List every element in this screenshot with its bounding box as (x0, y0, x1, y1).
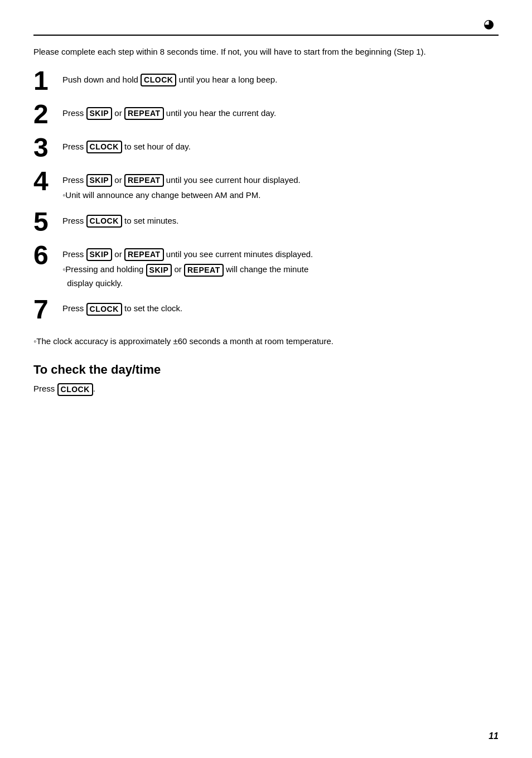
step-4-content: Press SKIP or REPEAT until you see curre… (62, 171, 301, 202)
step-7-number: 7 (33, 296, 62, 323)
check-section: To check the day/time Press CLOCK. (33, 363, 499, 396)
top-rule (33, 35, 499, 36)
step-7-content: Press CLOCK to set the clock. (62, 300, 182, 316)
step-4-sub: ◦Unit will announce any change between A… (62, 189, 301, 201)
step-1-content: Push down and hold CLOCK until you hear … (62, 71, 277, 87)
step-3-text-before: Press (62, 142, 86, 151)
section-body-before: Press (33, 384, 57, 393)
step-4-text-after: until you see current hour displayed. (164, 175, 301, 185)
step-5-number: 5 (33, 209, 62, 235)
key-clock-5: CLOCK (86, 215, 122, 228)
step-7-text-after: to set the clock. (122, 303, 182, 313)
step-4-text-middle: or (112, 175, 124, 185)
step-6-content: Press SKIP or REPEAT until you see curre… (62, 245, 313, 290)
key-skip-2: SKIP (86, 107, 113, 120)
step-2-content: Press SKIP or REPEAT until you hear the … (62, 104, 276, 120)
step-1-text-after: until you hear a long beep. (176, 75, 277, 84)
step-7-text-before: Press (62, 303, 86, 313)
key-repeat-4: REPEAT (124, 174, 164, 187)
step-6-text-before: Press (62, 249, 86, 259)
section-heading: To check the day/time (33, 363, 499, 377)
step-2-text-before: Press (62, 108, 86, 118)
step-5-text-before: Press (62, 216, 86, 225)
step-1: 1 Push down and hold CLOCK until you hea… (33, 71, 499, 94)
page-icon: ◕ (483, 17, 494, 31)
intro-text: Please complete each step within 8 secon… (33, 46, 499, 59)
section-body-after: . (93, 384, 95, 393)
footer-note-text: ◦The clock accuracy is approximately ±60… (33, 336, 333, 346)
step-6-sub: ◦Pressing and holding SKIP or REPEAT wil… (62, 263, 313, 289)
footer-note: ◦The clock accuracy is approximately ±60… (33, 336, 499, 346)
page: ◕ Please complete each step within 8 sec… (0, 0, 532, 758)
step-5: 5 Press CLOCK to set minutes. (33, 212, 499, 235)
step-5-content: Press CLOCK to set minutes. (62, 212, 179, 228)
step-6-text-after: until you see current minutes displayed. (164, 249, 313, 259)
step-2-text-middle: or (112, 108, 124, 118)
key-skip-6: SKIP (86, 248, 113, 262)
step-5-text-after: to set minutes. (122, 216, 179, 225)
step-1-number: 1 (33, 67, 62, 94)
step-6: 6 Press SKIP or REPEAT until you see cur… (33, 245, 499, 290)
key-clock-3: CLOCK (86, 141, 122, 154)
key-repeat-2: REPEAT (124, 107, 164, 120)
step-4-text-before: Press (62, 175, 86, 185)
step-3-number: 3 (33, 134, 62, 161)
step-2: 2 Press SKIP or REPEAT until you hear th… (33, 104, 499, 128)
steps-list: 1 Push down and hold CLOCK until you hea… (33, 71, 499, 324)
step-2-number: 2 (33, 101, 62, 128)
step-2-text-after: until you hear the current day. (164, 108, 277, 118)
key-repeat-6: REPEAT (124, 248, 164, 262)
step-4: 4 Press SKIP or REPEAT until you see cur… (33, 171, 499, 202)
step-3-content: Press CLOCK to set hour of day. (62, 138, 191, 154)
step-3-text-after: to set hour of day. (122, 142, 191, 151)
step-7: 7 Press CLOCK to set the clock. (33, 300, 499, 323)
page-number: 11 (489, 731, 499, 741)
key-skip-6b: SKIP (146, 264, 172, 277)
key-clock-section: CLOCK (57, 383, 93, 397)
step-4-number: 4 (33, 168, 62, 195)
step-4-main: Press SKIP or REPEAT until you see curre… (62, 173, 301, 187)
key-repeat-6b: REPEAT (184, 264, 224, 277)
step-3: 3 Press CLOCK to set hour of day. (33, 138, 499, 161)
top-bar: ◕ (33, 17, 499, 32)
step-6-text-middle: or (112, 249, 124, 259)
step-6-main: Press SKIP or REPEAT until you see curre… (62, 248, 313, 262)
key-clock-7: CLOCK (86, 303, 122, 316)
step-1-text-before: Push down and hold (62, 75, 141, 84)
key-clock-1: CLOCK (141, 74, 176, 87)
section-body: Press CLOCK. (33, 383, 499, 396)
step-6-number: 6 (33, 242, 62, 269)
key-skip-4: SKIP (86, 174, 113, 187)
